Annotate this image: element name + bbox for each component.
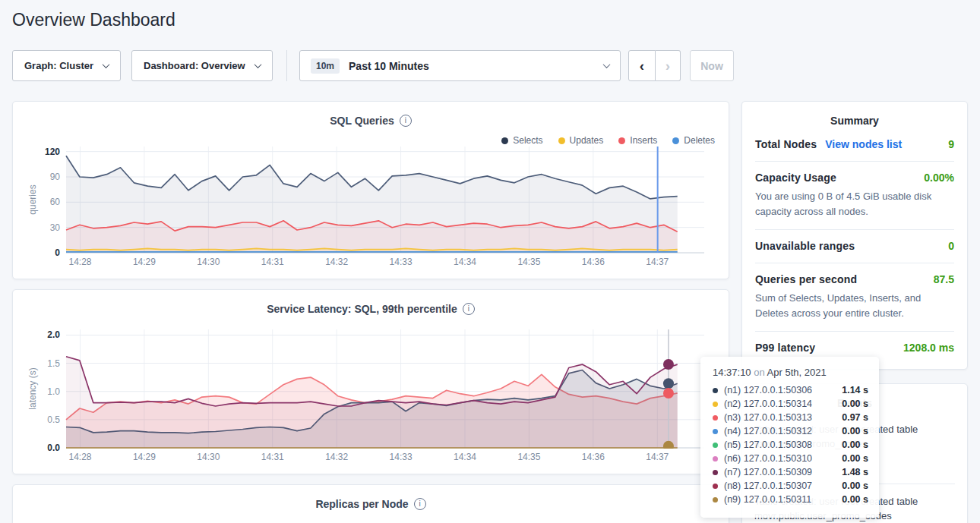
page-title: Overview Dashboard — [12, 10, 175, 30]
chart-title: SQL Queries — [330, 115, 394, 127]
summary-value: 1208.0 ms — [903, 342, 954, 354]
summary-subtext: Sum of Selects, Updates, Inserts, and De… — [755, 291, 954, 320]
summary-panel: Summary Total NodesView nodes list9Capac… — [741, 101, 968, 370]
time-prev-button[interactable]: ‹ — [628, 50, 656, 81]
summary-row: Queries per second87.5Sum of Selects, Up… — [755, 263, 954, 332]
tooltip-node-label: (n7) 127.0.0.1:50309 — [724, 467, 812, 477]
sql-queries-chart[interactable]: 14:2814:2914:3014:3114:3214:3314:3414:35… — [25, 140, 716, 274]
tooltip-node-value: 1.14 s — [842, 385, 868, 395]
svg-text:14:34: 14:34 — [454, 452, 476, 462]
svg-text:14:33: 14:33 — [390, 257, 413, 267]
svg-text:14:37: 14:37 — [646, 257, 669, 267]
service-latency-chart[interactable]: 14:2814:2914:3014:3114:3214:3314:3414:35… — [25, 323, 716, 469]
svg-text:90: 90 — [50, 172, 61, 182]
tooltip-row: (n1) 127.0.0.1:503061.14 s — [713, 383, 868, 397]
tooltip-node-label: (n1) 127.0.0.1:50306 — [724, 385, 812, 395]
summary-row: Unavailable ranges0 — [755, 230, 954, 263]
time-range-label: Past 10 Minutes — [349, 60, 429, 72]
time-range-picker[interactable]: 10m Past 10 Minutes — [299, 50, 621, 81]
svg-text:14:28: 14:28 — [68, 452, 91, 462]
chart-tooltip: 14:37:10 on Apr 5th, 2021 (n1) 127.0.0.1… — [700, 357, 879, 518]
svg-text:queries: queries — [27, 184, 38, 214]
tooltip-row: (n5) 127.0.0.1:503080.00 s — [713, 438, 868, 452]
tooltip-row: (n6) 127.0.0.1:503100.00 s — [713, 452, 868, 465]
chevron-down-icon — [603, 61, 611, 68]
view-nodes-list-link[interactable]: View nodes list — [825, 138, 902, 150]
chevron-down-icon — [254, 61, 262, 68]
tooltip-node-value: 0.97 s — [842, 412, 868, 423]
svg-text:2.0: 2.0 — [47, 329, 60, 340]
svg-text:14:36: 14:36 — [582, 452, 605, 462]
svg-text:0: 0 — [55, 247, 60, 258]
tooltip-node-value: 0.00 s — [842, 453, 868, 464]
series-dot-icon — [713, 388, 718, 393]
svg-text:14:29: 14:29 — [133, 257, 156, 267]
svg-text:14:28: 14:28 — [68, 257, 91, 267]
series-dot-icon — [713, 484, 718, 489]
controls-bar: Graph: Cluster Dashboard: Overview 10m P… — [12, 50, 734, 81]
tooltip-row: (n9) 127.0.0.1:503110.00 s — [713, 493, 868, 506]
svg-text:1.5: 1.5 — [47, 358, 60, 369]
series-dot-icon — [713, 456, 718, 462]
tooltip-node-value: 0.00 s — [842, 494, 868, 505]
series-dot-icon — [713, 443, 718, 448]
summary-label: Capacity Usage — [755, 172, 836, 184]
series-dot-icon — [713, 402, 718, 407]
summary-value: 0.00% — [924, 172, 954, 184]
replicas-per-node-card: Replicas per Node i — [12, 484, 729, 523]
summary-label: Total Nodes — [755, 138, 817, 150]
svg-text:14:35: 14:35 — [517, 452, 540, 462]
svg-text:14:36: 14:36 — [582, 257, 605, 267]
tooltip-row: (n4) 127.0.0.1:503120.00 s — [713, 424, 868, 438]
info-icon[interactable]: i — [400, 115, 412, 127]
info-icon[interactable]: i — [414, 498, 426, 510]
dashboard-dropdown[interactable]: Dashboard: Overview — [131, 50, 273, 81]
svg-text:14:37: 14:37 — [646, 452, 669, 462]
svg-text:60: 60 — [50, 197, 61, 207]
svg-text:0.5: 0.5 — [47, 414, 60, 425]
svg-text:14:35: 14:35 — [517, 257, 540, 267]
svg-text:14:30: 14:30 — [197, 452, 220, 462]
svg-text:1.0: 1.0 — [47, 386, 60, 397]
time-next-button[interactable]: › — [656, 50, 681, 81]
chevron-down-icon — [103, 61, 110, 68]
summary-rows: Total NodesView nodes list9Capacity Usag… — [742, 127, 967, 364]
summary-value: 9 — [948, 138, 954, 150]
summary-title: Summary — [742, 102, 967, 127]
overview-dashboard-page: { "page": { "title": "Overview Dashboard… — [0, 0, 980, 523]
chart-title: Replicas per Node — [315, 498, 408, 510]
svg-text:120: 120 — [45, 147, 60, 157]
tooltip-row: (n3) 127.0.0.1:503130.97 s — [713, 411, 868, 424]
graph-dropdown[interactable]: Graph: Cluster — [12, 50, 121, 81]
tooltip-node-label: (n3) 127.0.0.1:50313 — [724, 412, 812, 423]
tooltip-node-label: (n5) 127.0.0.1:50308 — [724, 440, 812, 450]
svg-text:30: 30 — [50, 222, 61, 233]
tooltip-node-value: 1.48 s — [842, 467, 868, 477]
tooltip-node-value: 0.00 s — [842, 426, 868, 436]
summary-value: 87.5 — [934, 273, 954, 285]
svg-text:14:31: 14:31 — [261, 257, 284, 267]
sql-queries-card: SQL Queries i SelectsUpdatesInsertsDelet… — [12, 101, 729, 279]
dashboard-dropdown-label: Dashboard: Overview — [144, 60, 245, 71]
svg-text:14:30: 14:30 — [197, 257, 220, 267]
graph-dropdown-label: Graph: Cluster — [24, 60, 93, 71]
series-dot-icon — [713, 429, 718, 434]
info-icon[interactable]: i — [463, 303, 475, 315]
chart-title: Service Latency: SQL, 99th percentile — [267, 303, 457, 315]
svg-text:14:29: 14:29 — [133, 452, 156, 462]
tooltip-row: (n8) 127.0.0.1:503070.00 s — [713, 479, 868, 493]
svg-text:14:32: 14:32 — [325, 257, 348, 267]
tooltip-node-value: 0.00 s — [842, 399, 868, 409]
tooltip-row: (n7) 127.0.0.1:503091.48 s — [713, 465, 868, 479]
series-dot-icon — [713, 497, 718, 503]
svg-text:latency (s): latency (s) — [27, 367, 38, 409]
svg-text:0.0: 0.0 — [47, 443, 60, 453]
series-dot-icon — [713, 415, 718, 421]
time-range-badge: 10m — [311, 58, 340, 74]
summary-subtext: You are using 0 B of 4.5 GiB usable disk… — [755, 189, 954, 219]
summary-label: Queries per second — [755, 273, 857, 285]
tooltip-row: (n2) 127.0.0.1:503140.00 s — [713, 397, 868, 411]
svg-text:14:33: 14:33 — [390, 452, 413, 462]
summary-value: 0 — [948, 240, 954, 252]
now-button[interactable]: Now — [690, 50, 734, 81]
